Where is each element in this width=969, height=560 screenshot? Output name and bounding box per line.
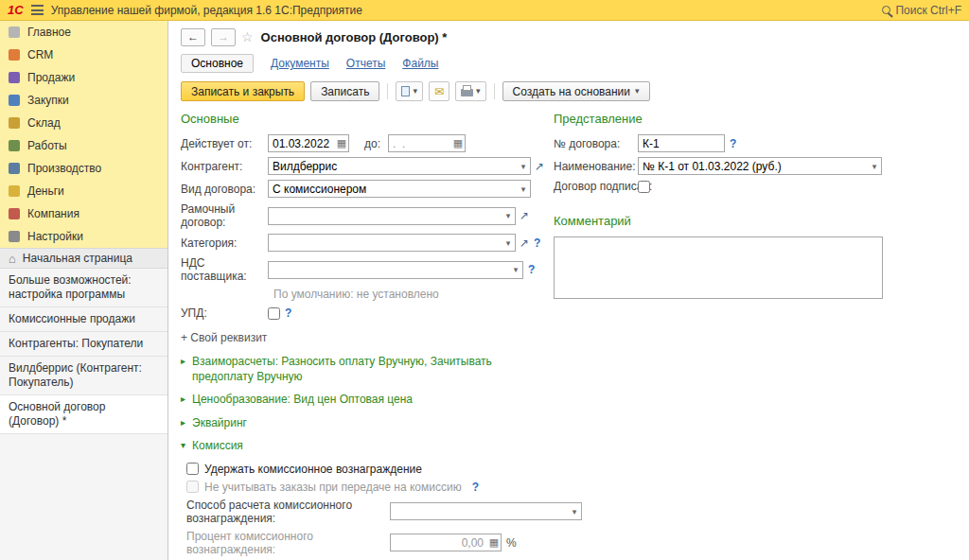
settings-icon [9, 231, 20, 242]
tab-otchety[interactable]: Отчеты [346, 57, 385, 70]
chevron-down-icon[interactable]: ▾ [517, 184, 530, 194]
chevron-down-icon[interactable]: ▾ [502, 238, 515, 248]
open-category-icon[interactable]: ↗ [520, 237, 529, 249]
valid-to-field[interactable]: ▦ [388, 134, 466, 152]
category-input[interactable] [269, 235, 502, 251]
percent-suffix: % [506, 536, 517, 550]
category-field[interactable]: ▾ [268, 234, 516, 252]
add-custom-attribute-link[interactable]: + Свой реквизит [181, 331, 267, 344]
forward-button[interactable]: → [211, 28, 236, 46]
open-window-item[interactable]: Контрагенты: Покупатели [0, 332, 167, 357]
group-settlements-toggle[interactable]: ▸ Взаиморасчеты: Разносить оплату Вручну… [181, 355, 958, 384]
tab-fayly[interactable]: Файлы [402, 57, 438, 70]
valid-to-label: до: [364, 137, 380, 150]
commission-percent-row: Процент комиссионного вознаграждения: ▦ … [186, 530, 958, 556]
group-pricing-toggle[interactable]: ▸ Ценообразование: Вид цен Оптовая цена [181, 393, 958, 408]
commission-percent-input [391, 534, 487, 551]
contract-name-field[interactable]: ▾ [638, 157, 882, 175]
print-button[interactable]: ▾ [455, 81, 486, 101]
save-close-button[interactable]: Записать и закрыть [181, 81, 305, 101]
contract-number-help-icon[interactable]: ? [730, 137, 736, 150]
main-menu-icon[interactable] [31, 5, 44, 15]
contract-signed-label: Договор подписан: [554, 180, 632, 193]
chevron-down-icon[interactable]: ▾ [568, 507, 581, 516]
valid-from-input[interactable] [269, 135, 335, 151]
commission-method-field[interactable]: ▾ [390, 502, 582, 520]
main-area: ← → ☆ Основной договор (Договор) * Основ… [169, 21, 969, 560]
counterparty-input[interactable] [269, 158, 517, 174]
open-frame-contract-icon[interactable]: ↗ [520, 210, 529, 221]
sidebar-item-works[interactable]: Работы [0, 134, 167, 157]
chevron-down-icon[interactable]: ▾ [502, 211, 515, 220]
sidebar-item-company[interactable]: Компания [0, 202, 167, 225]
document-header: ← → ☆ Основной договор (Договор) * [181, 26, 958, 47]
sidebar-item-money[interactable]: Деньги [0, 180, 167, 202]
global-search[interactable]: Поиск Ctrl+F [882, 4, 961, 17]
contract-name-input[interactable] [639, 158, 868, 174]
search-label: Поиск Ctrl+F [895, 4, 961, 17]
skip-orders-help-icon[interactable]: ? [472, 481, 479, 494]
commission-method-input[interactable] [391, 503, 568, 519]
frame-contract-input[interactable] [269, 208, 502, 224]
counterparty-field[interactable]: ▾ [268, 157, 531, 175]
collapse-icon: ▾ [181, 440, 185, 450]
sidebar-item-crm[interactable]: CRM [0, 44, 167, 66]
comment-textarea[interactable] [554, 236, 883, 299]
frame-contract-field[interactable]: ▾ [268, 207, 516, 225]
calendar-icon[interactable]: ▦ [335, 137, 348, 149]
chevron-down-icon[interactable]: ▾ [517, 162, 530, 171]
open-window-item[interactable]: Комиссионные продажи [0, 307, 167, 332]
copy-document-button[interactable]: ▾ [396, 81, 423, 101]
sidebar-item-main[interactable]: Главное [0, 21, 167, 44]
sidebar-item-sales[interactable]: Продажи [0, 66, 167, 89]
open-window-item[interactable]: Больше возможностей: настройка программы [0, 269, 167, 307]
upd-help-icon[interactable]: ? [285, 306, 291, 320]
sidebar-item-settings[interactable]: Настройки [0, 225, 167, 248]
save-button[interactable]: Записать [310, 81, 379, 101]
valid-to-input[interactable] [389, 135, 451, 151]
group-commission-toggle[interactable]: ▾ Комиссия [181, 439, 958, 454]
upd-checkbox[interactable] [268, 307, 280, 320]
group-acquiring-toggle[interactable]: ▸ Эквайринг [181, 416, 958, 431]
sidebar-item-warehouse[interactable]: Склад [0, 112, 167, 134]
sidebar-item-label: Настройки [27, 230, 83, 243]
contract-number-field[interactable] [638, 134, 725, 152]
open-window-item[interactable]: Вилдберрис (Контрагент: Покупатель) [0, 357, 167, 395]
chevron-down-icon[interactable]: ▾ [868, 162, 881, 171]
vat-help-icon[interactable]: ? [528, 263, 535, 276]
chevron-down-icon[interactable]: ▾ [509, 265, 522, 274]
open-counterparty-icon[interactable]: ↗ [535, 161, 544, 172]
withhold-commission-label[interactable]: Удержать комиссионное вознаграждение [204, 463, 422, 476]
sidebar-item-label: Компания [27, 207, 79, 220]
sidebar-item-purchases[interactable]: Закупки [0, 89, 167, 112]
home-icon: ⌂ [9, 253, 16, 265]
calendar-icon[interactable]: ▦ [451, 137, 465, 149]
tab-dokumenty[interactable]: Документы [271, 57, 329, 70]
tab-osnovnoe[interactable]: Основное [181, 54, 254, 73]
create-based-button[interactable]: Создать на основании ▾ [502, 81, 650, 101]
vat-field[interactable]: ▾ [268, 261, 523, 279]
sidebar-item-production[interactable]: Производство [0, 157, 167, 180]
skip-orders-checkbox [186, 481, 199, 493]
document-icon [401, 86, 410, 96]
contract-signed-row: Договор подписан: [554, 180, 890, 193]
contract-kind-field[interactable]: ▾ [268, 180, 531, 198]
contract-signed-checkbox[interactable] [638, 181, 650, 193]
contract-number-input[interactable] [639, 135, 724, 151]
vat-input[interactable] [269, 262, 509, 278]
open-window-item-active[interactable]: Основной договор (Договор) * [0, 395, 167, 434]
skip-orders-label: Не учитывать заказы при передаче на коми… [204, 481, 462, 494]
favorite-star-icon[interactable]: ☆ [241, 29, 254, 44]
category-help-icon[interactable]: ? [534, 236, 540, 250]
back-button[interactable]: ← [181, 28, 205, 46]
send-email-button[interactable]: ✉ [429, 81, 449, 101]
withhold-commission-checkbox[interactable] [186, 463, 199, 475]
sections-panel: Главное CRM Продажи Закупки Склад Работы… [0, 21, 167, 248]
sidebar-home[interactable]: ⌂ Начальная страница [0, 248, 167, 269]
sales-icon [9, 72, 20, 83]
valid-from-field[interactable]: ▦ [268, 134, 349, 152]
counterparty-label: Контрагент: [181, 160, 268, 173]
contract-kind-input[interactable] [269, 181, 517, 197]
frame-contract-label: Рамочный договор: [181, 202, 268, 229]
chevron-down-icon: ▾ [476, 87, 481, 96]
